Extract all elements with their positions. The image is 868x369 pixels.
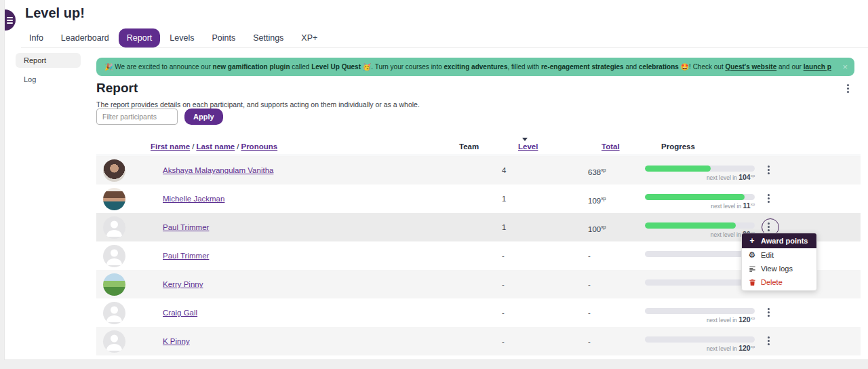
menu-item-award-points[interactable]: +Award points <box>742 233 816 248</box>
row-actions-kebab-icon[interactable] <box>768 308 770 317</box>
total-value: - <box>588 270 591 298</box>
next-level-label: next level in 120xp <box>645 344 755 352</box>
participant-name-link[interactable]: Craig Gall <box>163 298 197 327</box>
total-xp-value: 109xp <box>588 184 606 215</box>
level-value: 1 <box>502 213 506 241</box>
tab-settings[interactable]: Settings <box>245 28 292 47</box>
tab-points[interactable]: Points <box>203 28 243 47</box>
log-icon <box>748 265 756 273</box>
sort-total-link[interactable]: Total <box>601 138 620 155</box>
progress-bar-fill <box>645 166 711 172</box>
tab-bar: Info Leaderboard Report Levels Points Se… <box>21 28 326 47</box>
total-value: - <box>588 241 591 270</box>
total-value: - <box>588 327 591 355</box>
progress-bar <box>645 308 755 314</box>
sidebar-item-log[interactable]: Log <box>16 72 81 87</box>
menu-icon <box>7 17 13 25</box>
next-level-label: next level in 11xp <box>645 201 755 210</box>
name-column-header: First name/Last name/Pronouns <box>151 138 277 155</box>
progress-column-header: Progress <box>661 138 695 155</box>
total-xp-value: 638xp <box>588 156 606 187</box>
report-section-title: Report <box>96 81 138 96</box>
sort-level-link: Level <box>518 138 538 155</box>
total-value: - <box>588 298 591 327</box>
tab-info[interactable]: Info <box>21 28 52 47</box>
trash-icon <box>748 279 756 286</box>
level-value: 1 <box>502 184 506 213</box>
avatar <box>103 273 125 296</box>
page-title: Level up! <box>25 5 85 21</box>
drawer-toggle-button[interactable] <box>5 9 16 31</box>
announcement-text: 🎉 We are excited to announce our new gam… <box>104 58 831 76</box>
next-level-label: next level in 20xp <box>645 230 755 238</box>
main-card: Level up! Info Leaderboard Report Levels… <box>4 0 868 360</box>
close-icon[interactable]: × <box>842 58 848 76</box>
participant-name-link[interactable]: K Pinny <box>163 327 190 355</box>
sort-pronouns-link[interactable]: Pronouns <box>241 142 277 151</box>
report-options-kebab-icon[interactable] <box>847 84 849 93</box>
progress-bar <box>645 251 755 257</box>
sidebar-item-report[interactable]: Report <box>16 53 81 68</box>
quest-website-link[interactable]: Quest's website <box>725 63 776 71</box>
level-value: - <box>502 241 505 270</box>
menu-item-view-logs[interactable]: View logs <box>742 262 816 275</box>
avatar <box>103 216 125 239</box>
avatar <box>103 245 125 267</box>
row-actions-menu: +Award points ⚙Edit View logs Delete <box>741 233 817 291</box>
avatar <box>103 188 125 210</box>
table-row: Craig Gall - - next level in 120xp <box>96 298 861 327</box>
progress-bar-fill <box>645 222 736 229</box>
plus-icon: + <box>748 236 756 246</box>
tabs-underline <box>21 47 868 48</box>
level-value: - <box>502 327 505 355</box>
tab-report[interactable]: Report <box>119 28 161 47</box>
menu-item-delete[interactable]: Delete <box>742 275 816 289</box>
avatar <box>103 330 125 353</box>
progress-bar-fill <box>645 194 745 200</box>
row-actions-kebab-icon[interactable] <box>768 222 770 231</box>
sort-first-name-link[interactable]: First name <box>151 142 190 151</box>
launch-post-link[interactable]: launch post here <box>804 63 831 71</box>
participant-name-link[interactable]: Akshaya Malayangulam Vanitha <box>163 156 273 184</box>
row-actions-kebab-icon[interactable] <box>768 336 770 345</box>
announcement-banner: 🎉 We are excited to announce our new gam… <box>96 58 854 76</box>
avatar <box>103 302 125 324</box>
tab-leaderboard[interactable]: Leaderboard <box>53 28 117 47</box>
level-value: 4 <box>502 156 506 184</box>
table-row: Michelle Jackman 1 109xp next level in 1… <box>96 184 861 213</box>
filter-participants-input[interactable] <box>96 109 178 125</box>
menu-item-edit[interactable]: ⚙Edit <box>742 248 816 262</box>
progress-bar <box>645 336 755 343</box>
row-actions-kebab-icon[interactable] <box>768 166 770 174</box>
progress-bar <box>645 194 755 200</box>
team-column-header: Team <box>459 138 479 155</box>
table-row: K Pinny - - next level in 120xp <box>96 327 861 355</box>
participant-name-link[interactable]: Kerry Pinny <box>163 270 203 298</box>
next-level-label: next level in 104xp <box>645 173 755 181</box>
participant-name-link[interactable]: Paul Trimmer <box>163 213 209 241</box>
level-value: - <box>502 270 505 298</box>
participant-name-link[interactable]: Paul Trimmer <box>163 241 209 270</box>
total-xp-value: 100xp <box>588 213 606 244</box>
table-row: Akshaya Malayangulam Vanitha 4 638xp nex… <box>96 156 861 184</box>
participant-name-link[interactable]: Michelle Jackman <box>163 184 224 213</box>
next-level-label: next level in 120xp <box>645 315 755 324</box>
report-description: The report provides details on each part… <box>96 100 420 109</box>
sort-last-name-link[interactable]: Last name <box>196 142 235 151</box>
row-actions-kebab-icon[interactable] <box>768 194 770 203</box>
progress-bar <box>645 222 755 229</box>
progress-bar <box>645 279 755 286</box>
level-value: - <box>502 298 505 327</box>
apply-button[interactable]: Apply <box>184 109 223 125</box>
tab-levels[interactable]: Levels <box>161 28 202 47</box>
table-header-row: First name/Last name/Pronouns Team Level… <box>96 138 861 155</box>
sort-desc-caret-icon <box>522 138 528 144</box>
gear-icon: ⚙ <box>748 250 756 260</box>
tab-xp-plus[interactable]: XP+ <box>293 28 326 47</box>
avatar <box>103 159 125 182</box>
progress-bar <box>645 166 755 172</box>
